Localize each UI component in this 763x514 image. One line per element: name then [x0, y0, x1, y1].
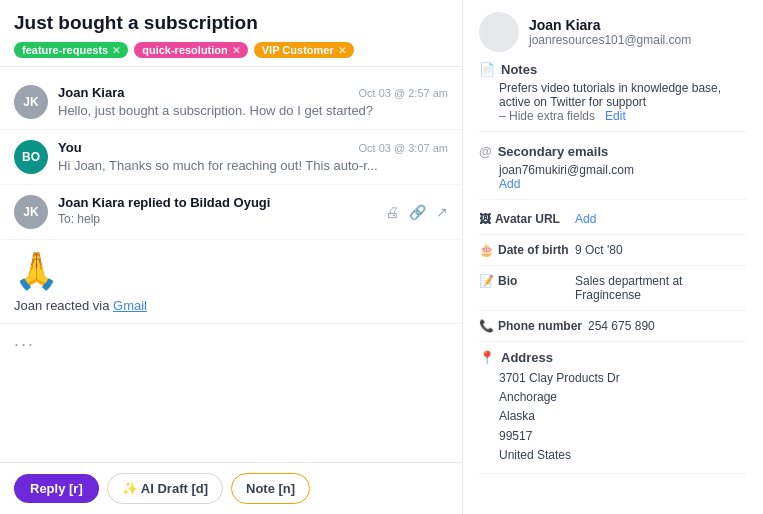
phone-row: 📞 Phone number 254 675 890 — [479, 319, 747, 342]
bio-label-text: Bio — [498, 274, 517, 288]
secondary-emails-body: joan76mukiri@gmail.com Add — [479, 163, 747, 191]
address-label: Address — [501, 350, 553, 365]
phone-value: 254 675 890 — [588, 319, 655, 333]
dob-label-text: Date of birth — [498, 243, 569, 257]
dob-row: 🎂 Date of birth 9 Oct '80 — [479, 243, 747, 266]
message-body: Hello, just bought a subscription. How d… — [58, 103, 448, 118]
ellipsis: ··· — [14, 334, 35, 354]
avatar-url-text: Avatar URL — [495, 212, 560, 226]
message-header: You Oct 03 @ 3:07 am — [58, 140, 448, 155]
reaction-text: Joan reacted via Gmail — [14, 298, 448, 313]
message-header: Joan Kiara Oct 03 @ 2:57 am — [58, 85, 448, 100]
secondary-email-value: joan76mukiri@gmail.com — [499, 163, 747, 177]
bio-label: 📝 Bio — [479, 274, 569, 288]
email-icon: @ — [479, 144, 492, 159]
tag-tag-vip-customer[interactable]: VIP Customer ✕ — [254, 42, 354, 58]
address-line: Anchorage — [499, 388, 747, 407]
phone-label: 📞 Phone number — [479, 319, 582, 333]
message-item: JK Joan Kiara Oct 03 @ 2:57 am Hello, ju… — [0, 75, 462, 130]
bio-value: Sales department at Fragincense — [575, 274, 747, 302]
add-secondary-email[interactable]: Add — [499, 177, 747, 191]
ai-draft-label: ✨ AI Draft [d] — [122, 481, 208, 496]
contact-avatar — [479, 12, 519, 52]
avatar-url-label: 🖼 Avatar URL — [479, 212, 569, 226]
address-line: United States — [499, 446, 747, 465]
link-icon[interactable]: 🔗 — [409, 204, 426, 220]
contact-header: Joan Kiara joanresources101@gmail.com — [479, 12, 747, 52]
conversation-header: Just bought a subscription feature-reque… — [0, 0, 462, 67]
tag-close-icon[interactable]: ✕ — [112, 45, 120, 56]
message-body: Hi Joan, Thanks so much for reaching out… — [58, 158, 448, 173]
add-avatar-url[interactable]: Add — [575, 212, 596, 226]
bio-row: 📝 Bio Sales department at Fragincense — [479, 274, 747, 311]
forwarded-title: Joan Kiara replied to Bildad Oyugi — [58, 195, 375, 210]
address-body: 3701 Clay Products DrAnchorageAlaska9951… — [479, 369, 747, 465]
ai-draft-button[interactable]: ✨ AI Draft [d] — [107, 473, 223, 504]
external-icon[interactable]: ↗ — [436, 204, 448, 220]
address-line: 3701 Clay Products Dr — [499, 369, 747, 388]
notes-section: 📄 Notes Prefers video tutorials in knowl… — [479, 62, 747, 132]
avatar-bo: BO — [14, 140, 48, 174]
dob-value: 9 Oct '80 — [575, 243, 623, 257]
message-content: Joan Kiara Oct 03 @ 2:57 am Hello, just … — [58, 85, 448, 119]
note-label: Note [n] — [246, 481, 295, 496]
secondary-emails-title: @ Secondary emails — [479, 144, 747, 159]
tag-tag-feature-requests[interactable]: feature-requests ✕ — [14, 42, 128, 58]
notes-title: 📄 Notes — [479, 62, 747, 77]
notes-label: Notes — [501, 62, 537, 77]
forwarded-item: JK Joan Kiara replied to Bildad Oyugi To… — [0, 185, 462, 240]
reply-label: Reply [r] — [30, 481, 83, 496]
messages-area[interactable]: JK Joan Kiara Oct 03 @ 2:57 am Hello, ju… — [0, 67, 462, 462]
contact-name: Joan Kiara — [529, 17, 691, 33]
edit-notes-link[interactable]: Edit — [605, 109, 626, 123]
avatar-icon: 🖼 — [479, 212, 491, 226]
message-content: You Oct 03 @ 3:07 am Hi Joan, Thanks so … — [58, 140, 448, 174]
tag-label: feature-requests — [22, 44, 108, 56]
print-icon[interactable]: 🖨 — [385, 204, 399, 220]
phone-icon: 📞 — [479, 319, 494, 333]
phone-label-text: Phone number — [498, 319, 582, 333]
avatar-jk: JK — [14, 85, 48, 119]
message-time: Oct 03 @ 3:07 am — [359, 142, 448, 154]
address-icon: 📍 — [479, 350, 495, 365]
left-panel: Just bought a subscription feature-reque… — [0, 0, 463, 514]
tag-tag-quick-resolution[interactable]: quick-resolution ✕ — [134, 42, 248, 58]
secondary-emails-label: Secondary emails — [498, 144, 609, 159]
contact-info: Joan Kiara joanresources101@gmail.com — [529, 17, 691, 47]
dob-icon: 🎂 — [479, 243, 494, 257]
tags-row: feature-requests ✕quick-resolution ✕VIP … — [14, 42, 448, 58]
forwarded-content: Joan Kiara replied to Bildad Oyugi To: h… — [58, 195, 375, 229]
avatar-jk-fwd: JK — [14, 195, 48, 229]
avatar-url-row: 🖼 Avatar URL Add — [479, 212, 747, 235]
tag-label: quick-resolution — [142, 44, 228, 56]
bio-icon: 📝 — [479, 274, 494, 288]
hide-extra-link[interactable]: – Hide extra fields — [499, 109, 595, 123]
contact-email: joanresources101@gmail.com — [529, 33, 691, 47]
reaction-item: 🙏 Joan reacted via Gmail — [0, 240, 462, 324]
reaction-emoji: 🙏 — [14, 250, 448, 292]
tag-close-icon[interactable]: ✕ — [232, 45, 240, 56]
address-line: Alaska — [499, 407, 747, 426]
forwarded-to: To: help — [58, 212, 375, 226]
note-button[interactable]: Note [n] — [231, 473, 310, 504]
reply-button[interactable]: Reply [r] — [14, 474, 99, 503]
address-line: 99517 — [499, 427, 747, 446]
notes-body: Prefers video tutorials in knowledge bas… — [479, 81, 747, 123]
dob-label: 🎂 Date of birth — [479, 243, 569, 257]
right-panel: Joan Kiara joanresources101@gmail.com 📄 … — [463, 0, 763, 514]
notes-icon: 📄 — [479, 62, 495, 77]
tag-close-icon[interactable]: ✕ — [338, 45, 346, 56]
conversation-title: Just bought a subscription — [14, 12, 448, 34]
bottom-toolbar: Reply [r] ✨ AI Draft [d] Note [n] — [0, 462, 462, 514]
notes-text: Prefers video tutorials in knowledge bas… — [499, 81, 721, 109]
sender-name: Joan Kiara — [58, 85, 124, 100]
gmail-link[interactable]: Gmail — [113, 298, 147, 313]
sender-name: You — [58, 140, 82, 155]
dots-row: ··· — [0, 324, 462, 365]
secondary-emails-section: @ Secondary emails joan76mukiri@gmail.co… — [479, 144, 747, 200]
address-section: 📍 Address 3701 Clay Products DrAnchorage… — [479, 350, 747, 474]
forwarded-icons: 🖨 🔗 ↗ — [385, 195, 448, 229]
message-item: BO You Oct 03 @ 3:07 am Hi Joan, Thanks … — [0, 130, 462, 185]
tag-label: VIP Customer — [262, 44, 334, 56]
address-title: 📍 Address — [479, 350, 747, 365]
